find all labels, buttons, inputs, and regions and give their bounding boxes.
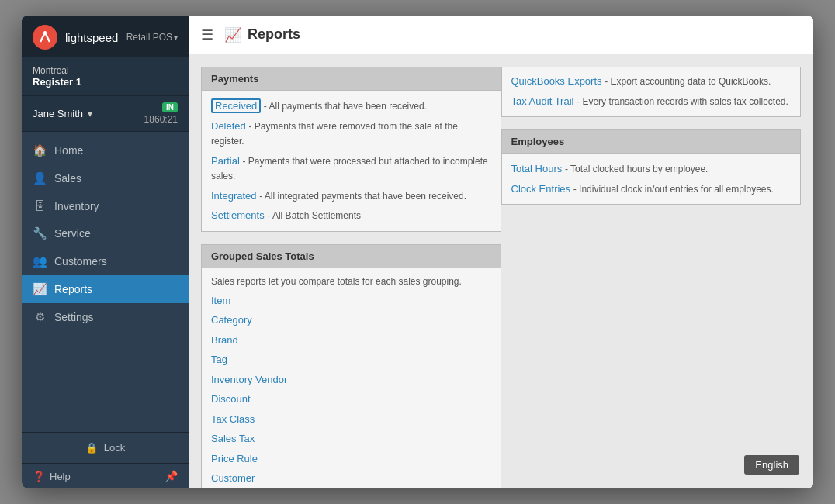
tax-audit-link[interactable]: Tax Audit Trail xyxy=(511,95,574,107)
list-item: Tag xyxy=(211,352,491,368)
sidebar-item-label: Reports xyxy=(54,283,92,295)
inventory-vendor-link[interactable]: Inventory Vendor xyxy=(211,374,287,385)
integrated-desc: - All integrated payments that have been… xyxy=(259,191,466,202)
chevron-icon: ▾ xyxy=(88,109,92,119)
list-item: Clock Entries - Individual clock in/out … xyxy=(511,181,792,197)
hamburger-button[interactable]: ☰ xyxy=(201,26,213,43)
discount-link[interactable]: Discount xyxy=(211,393,251,405)
list-item: Tax Audit Trail - Every transaction reco… xyxy=(511,94,792,109)
sidebar-item-sales[interactable]: 👤 Sales xyxy=(22,164,189,192)
payments-section-body: Received - All payments that have been r… xyxy=(201,90,501,232)
sidebar-item-label: Sales xyxy=(54,172,81,185)
sidebar-item-settings[interactable]: ⚙ Settings xyxy=(22,303,189,331)
quickbooks-desc: - Export accounting data to QuickBooks. xyxy=(605,76,771,87)
employees-section-body: Total Hours - Total clocked hours by emp… xyxy=(501,153,802,205)
grouped-sales-section: Grouped Sales Totals Sales reports let y… xyxy=(201,244,501,489)
inventory-icon: 🗄 xyxy=(33,199,47,212)
list-item: Deleted - Payments that were removed fro… xyxy=(211,119,491,149)
total-hours-desc: - Total clocked hours by employee. xyxy=(565,164,709,174)
customers-icon: 👥 xyxy=(33,254,47,268)
grouped-sales-header: Grouped Sales Totals xyxy=(201,244,501,268)
reports-icon: 📈 xyxy=(33,282,47,296)
sidebar-item-label: Customers xyxy=(54,255,107,268)
left-column: Payments Received - All payments that ha… xyxy=(201,67,501,488)
grouped-intro: Sales reports let you compare totals for… xyxy=(211,276,491,287)
sidebar-item-customers[interactable]: 👥 Customers xyxy=(22,247,189,275)
list-item: QuickBooks Exports - Export accounting d… xyxy=(511,74,792,89)
sidebar-item-label: Service xyxy=(54,227,91,240)
item-link[interactable]: Item xyxy=(211,295,230,306)
svg-point-1 xyxy=(43,31,47,34)
settings-icon: ⚙ xyxy=(33,310,47,324)
help-bar: ❓ Help 📌 xyxy=(22,463,189,488)
partial-desc: - Payments that were processed but attac… xyxy=(211,156,488,182)
category-link[interactable]: Category xyxy=(211,314,252,326)
received-link[interactable]: Received xyxy=(211,98,261,113)
payments-section: Payments Received - All payments that ha… xyxy=(201,67,501,232)
store-name: Montreal xyxy=(33,65,178,76)
right-column: QuickBooks Exports - Export accounting d… xyxy=(501,67,802,488)
main-nav: 🏠 Home 👤 Sales 🗄 Inventory 🔧 Service 👥 xyxy=(22,132,189,432)
partial-link[interactable]: Partial xyxy=(211,155,240,167)
tax-class-link[interactable]: Tax Class xyxy=(211,413,255,425)
service-icon: 🔧 xyxy=(33,226,47,240)
list-item: Integrated - All integrated payments tha… xyxy=(211,188,491,204)
received-desc: - All payments that have been received. xyxy=(264,101,427,112)
deleted-desc: - Payments that were removed from the sa… xyxy=(211,121,458,147)
sidebar-item-service[interactable]: 🔧 Service xyxy=(22,219,189,247)
status-badge: IN xyxy=(162,102,178,112)
pin-icon[interactable]: 📌 xyxy=(165,470,178,482)
tag-link[interactable]: Tag xyxy=(211,354,227,365)
page-title: 📈 Reports xyxy=(224,26,300,43)
sidebar-item-inventory[interactable]: 🗄 Inventory xyxy=(22,192,189,219)
help-link[interactable]: ❓ Help xyxy=(33,471,71,482)
total-hours-link[interactable]: Total Hours xyxy=(511,163,563,174)
top-links-body: QuickBooks Exports - Export accounting d… xyxy=(501,67,802,117)
product-name[interactable]: Retail POS xyxy=(126,32,178,43)
sales-tax-link[interactable]: Sales Tax xyxy=(211,433,255,444)
payments-section-header: Payments xyxy=(201,67,501,90)
reports-grid: Payments Received - All payments that ha… xyxy=(189,54,813,488)
content-area: Payments Received - All payments that ha… xyxy=(189,54,813,488)
list-item: Settlements - All Batch Settlements xyxy=(211,208,491,223)
top-links-section: QuickBooks Exports - Export accounting d… xyxy=(501,67,802,117)
sidebar-footer: 🔒 Lock ❓ Help 📌 xyxy=(22,432,189,488)
list-item: Inventory Vendor xyxy=(211,372,491,388)
tax-audit-desc: - Every transaction records with sales t… xyxy=(577,96,788,107)
clock-time: 1860:21 xyxy=(144,114,178,125)
grouped-sales-body: Sales reports let you compare totals for… xyxy=(201,268,501,489)
list-item: Tax Class xyxy=(211,412,491,427)
help-icon: ❓ xyxy=(33,471,45,482)
clock-entries-link[interactable]: Clock Entries xyxy=(511,183,571,195)
sidebar-item-reports[interactable]: 📈 Reports xyxy=(22,275,189,303)
list-item: Category xyxy=(211,312,491,328)
language-button[interactable]: English xyxy=(744,455,799,475)
list-item: Received - All payments that have been r… xyxy=(211,98,491,114)
sidebar-item-label: Inventory xyxy=(54,200,99,212)
list-item: Item xyxy=(211,293,491,309)
integrated-link[interactable]: Integrated xyxy=(211,190,257,202)
lock-button[interactable]: 🔒 Lock xyxy=(22,433,189,463)
list-item: Total Hours - Total clocked hours by emp… xyxy=(511,161,792,177)
settlements-link[interactable]: Settlements xyxy=(211,209,265,221)
reports-content: Payments Received - All payments that ha… xyxy=(189,54,813,488)
sales-icon: 👤 xyxy=(33,171,47,185)
sidebar-item-home[interactable]: 🏠 Home xyxy=(22,136,189,164)
settlements-desc: - All Batch Settlements xyxy=(267,210,361,221)
customer-link[interactable]: Customer xyxy=(211,472,255,484)
list-item: Price Rule xyxy=(211,451,491,467)
user-info-bar: Jane Smith ▾ IN 1860:21 xyxy=(22,96,189,132)
sidebar-item-label: Settings xyxy=(54,311,94,323)
list-item: Brand xyxy=(211,333,491,348)
clock-entries-desc: - Individual clock in/out entries for al… xyxy=(573,184,774,195)
deleted-link[interactable]: Deleted xyxy=(211,120,246,132)
quickbooks-link[interactable]: QuickBooks Exports xyxy=(511,75,602,87)
user-name[interactable]: Jane Smith xyxy=(33,108,83,119)
price-rule-link[interactable]: Price Rule xyxy=(211,453,258,464)
lightspeed-logo xyxy=(33,25,57,50)
brand-link[interactable]: Brand xyxy=(211,334,238,346)
sidebar: lightspeed Retail POS Montreal Register … xyxy=(22,16,189,488)
employees-section: Employees Total Hours - Total clocked ho… xyxy=(501,129,802,205)
list-item: Partial - Payments that were processed b… xyxy=(211,154,491,184)
main-content: ☰ 📈 Reports Payments xyxy=(189,16,813,488)
